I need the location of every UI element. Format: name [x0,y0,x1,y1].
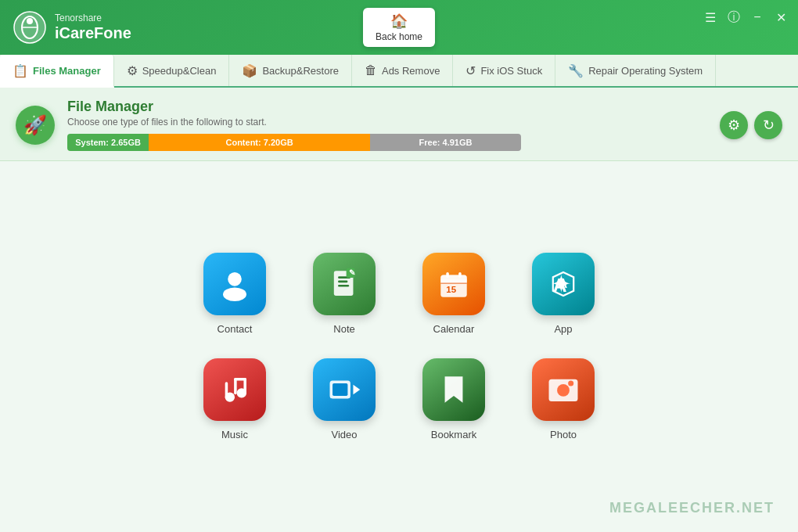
svg-point-2 [27,18,33,24]
svg-rect-8 [338,281,347,283]
back-home-button[interactable]: 🏠 Back home [363,8,435,47]
icon-row-0: Contact✎Note15Calendar✦AAApp [203,253,595,335]
info-button[interactable]: ⓘ [724,8,743,27]
titlebar: Tenorshare iCareFone 🏠 Back home ☰ ⓘ − ✕ [0,0,798,55]
tab-fix-ios-stuck[interactable]: ↺Fix iOS Stuck [453,55,555,86]
system-storage: System: 2.65GB [67,134,149,151]
tab-label-ads-remove: Ads Remove [382,65,440,77]
file-icon-video[interactable]: Video [313,358,376,440]
app-icon-box: ✦AA [532,253,595,315]
tab-icon-ads-remove: 🗑 [365,63,377,77]
photo-label: Photo [550,429,577,440]
file-icon-note[interactable]: ✎Note [313,253,376,335]
tab-label-speedup-clean: Speedup&Clean [142,65,217,77]
video-label: Video [331,429,357,440]
svg-rect-17 [458,272,462,278]
tab-backup-restore[interactable]: 📦Backup&Restore [229,55,352,86]
minimize-button[interactable]: − [748,8,767,27]
file-icon-music[interactable]: Music [203,358,266,440]
menu-button[interactable]: ☰ [701,8,720,27]
calendar-label: Calendar [433,323,475,335]
home-icon: 🏠 [390,13,408,30]
calendar-icon-box: 15 [422,253,485,315]
tab-icon-fix-ios-stuck: ↺ [466,63,476,78]
close-button[interactable]: ✕ [771,8,790,27]
file-manager-header: 🚀 File Manager Choose one type of files … [0,88,798,161]
fm-icon-circle: 🚀 [16,106,55,145]
tab-speedup-clean[interactable]: ⚙Speedup&Clean [114,55,230,86]
fm-title: File Manager [67,99,707,115]
back-home-label: Back home [376,31,422,42]
app-logo-icon [13,10,47,45]
video-icon-box [313,358,376,421]
tab-icon-files-manager: 📋 [13,63,28,78]
svg-point-4 [228,272,242,286]
file-icon-calendar[interactable]: 15Calendar [422,253,485,335]
app-name: Tenorshare iCareFone [55,13,131,42]
main-content: 🚀 File Manager Choose one type of files … [0,88,798,532]
svg-text:A: A [559,277,568,290]
music-label: Music [221,429,248,440]
tab-icon-backup-restore: 📦 [242,63,257,78]
fm-actions: ⚙ ↻ [720,111,782,139]
tab-label-fix-ios-stuck: Fix iOS Stuck [480,65,542,77]
app-label: App [554,323,572,335]
refresh-button[interactable]: ↻ [754,111,782,139]
tab-label-files-manager: Files Manager [33,65,101,77]
svg-text:✎: ✎ [349,268,355,277]
tab-label-backup-restore: Backup&Restore [262,65,339,77]
photo-icon-box [532,358,595,421]
bookmark-label: Bookmark [431,429,477,440]
tab-repair-os[interactable]: 🔧Repair Operating System [555,55,716,86]
window-controls: ☰ ⓘ − ✕ [701,8,790,27]
fm-subtitle: Choose one type of files in the followin… [67,117,707,128]
svg-marker-30 [353,385,360,394]
note-label: Note [333,323,354,335]
icon-row-1: MusicVideoBookmarkPhoto [203,358,595,440]
svg-rect-31 [332,383,347,396]
fm-info: File Manager Choose one type of files in… [67,99,707,151]
tab-label-repair-os: Repair Operating System [588,65,703,77]
music-icon-box [203,358,266,421]
content-storage: Content: 7.20GB [149,134,370,151]
svg-point-34 [568,381,573,386]
svg-rect-16 [446,272,449,278]
file-icon-bookmark[interactable]: Bookmark [422,358,485,440]
nav-tabs: 📋Files Manager⚙Speedup&Clean📦Backup&Rest… [0,55,798,88]
file-icon-contact[interactable]: Contact [203,253,266,335]
product-name: iCareFone [55,23,131,42]
free-storage: Free: 4.91GB [370,134,521,151]
contact-label: Contact [217,323,253,335]
tab-files-manager[interactable]: 📋Files Manager [0,55,114,88]
file-icon-app[interactable]: ✦AAApp [532,253,595,335]
contact-icon-box [203,253,266,315]
svg-point-5 [223,287,246,301]
rocket-icon: 🚀 [23,114,47,136]
settings-button[interactable]: ⚙ [720,111,748,139]
svg-point-33 [557,384,570,397]
tab-ads-remove[interactable]: 🗑Ads Remove [352,55,453,86]
svg-rect-14 [440,279,466,283]
svg-rect-9 [338,285,349,287]
tab-icon-speedup-clean: ⚙ [127,63,138,78]
svg-rect-28 [225,382,228,398]
icons-grid: Contact✎Note15Calendar✦AAAppMusicVideoBo… [0,161,798,532]
svg-rect-26 [234,378,237,394]
tab-icon-repair-os: 🔧 [568,63,584,78]
file-icon-photo[interactable]: Photo [532,358,595,440]
svg-rect-27 [243,378,246,394]
note-icon-box: ✎ [313,253,376,315]
brand-name: Tenorshare [55,13,131,23]
logo-area: Tenorshare iCareFone [13,10,131,45]
bookmark-icon-box [422,358,485,421]
storage-bar: System: 2.65GB Content: 7.20GB Free: 4.9… [67,134,521,151]
svg-text:15: 15 [446,285,456,294]
